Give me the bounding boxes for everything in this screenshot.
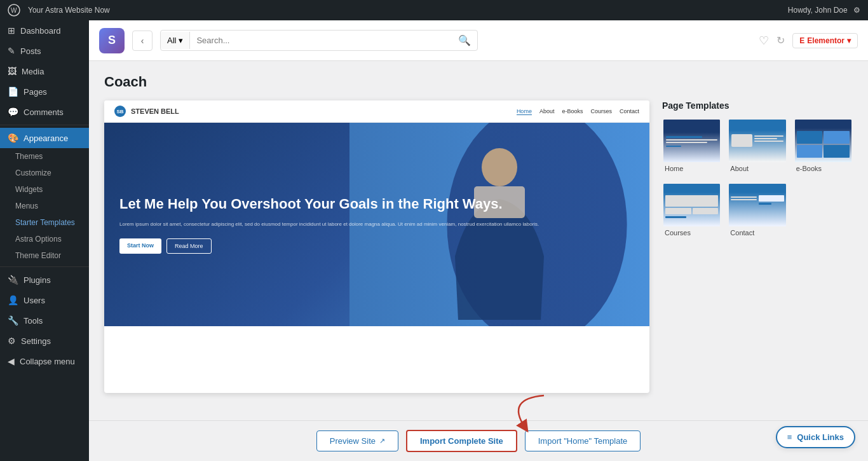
preview-start-now-btn[interactable]: Start Now	[119, 238, 161, 254]
sidebar-label-users: Users	[24, 296, 45, 305]
content-area: S ‹ All ▾ 🔍 ♡ ↻ E Elementor ▾	[89, 20, 868, 461]
import-complete-site-button[interactable]: Import Complete Site	[406, 430, 517, 452]
sidebar-item-dashboard[interactable]: ⊞ Dashboard	[0, 20, 89, 41]
page-template-thumb-courses	[663, 184, 720, 226]
sidebar-sep-1	[0, 125, 89, 125]
page-template-label-ebooks: e-Books	[795, 162, 851, 175]
preview-logo-text: STEVEN BELL	[131, 107, 179, 115]
quick-links-label: Quick Links	[797, 432, 844, 442]
comments-icon: 💬	[8, 107, 18, 117]
filter-label: All	[167, 36, 176, 45]
sidebar-item-posts[interactable]: ✎ Posts	[0, 41, 89, 61]
collapse-icon: ◀	[8, 356, 15, 366]
page-template-label-about: About	[729, 162, 785, 175]
sidebar-item-tools[interactable]: 🔧 Tools	[0, 310, 89, 331]
wp-logo-icon: W	[8, 4, 20, 17]
page-template-thumb-ebooks	[795, 120, 851, 162]
sidebar-sub-starter-templates[interactable]: Starter Templates	[0, 214, 89, 231]
sidebar-sub-menus[interactable]: Menus	[0, 198, 89, 214]
admin-bar-left: W Your Astra Website Now	[8, 4, 110, 17]
search-input[interactable]	[190, 32, 452, 49]
sidebar-label-dashboard: Dashboard	[20, 26, 61, 36]
user-greeting: Howdy, John Doe	[788, 6, 848, 15]
sidebar-label-comments: Comments	[24, 107, 64, 117]
elementor-chevron-icon: ▾	[847, 36, 851, 45]
preview-hero: Let Me Help You Overshoot Your Goals in …	[104, 123, 649, 326]
template-detail: Coach SB STEVEN BELL Home About e-Books	[89, 61, 868, 420]
sidebar-label-media: Media	[22, 67, 44, 76]
tools-icon: 🔧	[8, 315, 18, 326]
page-template-card-about[interactable]: About	[728, 118, 787, 176]
elementor-icon: E	[799, 36, 804, 45]
sidebar-item-appearance[interactable]: 🎨 Appearance	[0, 128, 89, 148]
sidebar-sub-themes[interactable]: Themes	[0, 148, 89, 165]
theme-editor-label: Theme Editor	[15, 251, 61, 260]
sidebar-item-collapse[interactable]: ◀ Collapse menu	[0, 351, 89, 371]
sidebar-label-pages: Pages	[24, 87, 47, 97]
favorites-icon[interactable]: ♡	[759, 34, 769, 48]
page-template-card-courses[interactable]: Courses	[662, 182, 721, 240]
sidebar-label-collapse: Collapse menu	[20, 357, 75, 366]
preview-nav-about: About	[539, 108, 555, 115]
sidebar-sub-customize[interactable]: Customize	[0, 165, 89, 181]
dashboard-icon: ⊞	[8, 25, 15, 36]
page-template-label-courses: Courses	[663, 226, 720, 239]
sidebar-item-media[interactable]: 🖼 Media	[0, 61, 89, 81]
page-template-label-home: Home	[663, 162, 720, 175]
page-template-card-ebooks[interactable]: e-Books	[794, 118, 853, 176]
sidebar-item-pages[interactable]: 📄 Pages	[0, 81, 89, 102]
media-icon: 🖼	[8, 66, 17, 76]
sidebar-label-settings: Settings	[21, 336, 51, 346]
sidebar-sep-2	[0, 266, 89, 267]
preview-site-label: Preview Site	[330, 436, 376, 446]
sidebar-item-users[interactable]: 👤 Users	[0, 290, 89, 310]
page-template-thumb-contact	[729, 184, 785, 226]
back-button[interactable]: ‹	[132, 31, 153, 51]
sidebar-item-comments[interactable]: 💬 Comments	[0, 102, 89, 122]
sidebar-sub-astra-options[interactable]: Astra Options	[0, 231, 89, 247]
user-settings-icon: ⚙	[853, 6, 860, 15]
preview-hero-buttons: Start Now Read More	[119, 238, 634, 254]
templates-topbar: S ‹ All ▾ 🔍 ♡ ↻ E Elementor ▾	[89, 20, 868, 61]
sidebar-item-plugins[interactable]: 🔌 Plugins	[0, 270, 89, 290]
search-icon[interactable]: 🔍	[452, 31, 477, 50]
preview-nav-contact: Contact	[620, 108, 639, 115]
preview-nav-courses: Courses	[590, 108, 612, 115]
preview-read-more-btn[interactable]: Read More	[166, 238, 212, 254]
preview-logo-circle: SB	[114, 106, 126, 117]
elementor-label: Elementor	[807, 36, 844, 45]
preview-nav-home: Home	[517, 108, 532, 115]
sidebar-item-settings[interactable]: ⚙ Settings	[0, 331, 89, 351]
import-complete-label: Import Complete Site	[420, 436, 503, 446]
preview-nav-ebooks: e-Books	[562, 108, 583, 115]
preview-hero-text: Let Me Help You Overshoot Your Goals in …	[119, 195, 634, 254]
page-templates-grid: Home	[662, 118, 853, 240]
page-templates-title: Page Templates	[662, 100, 853, 111]
users-icon: 👤	[8, 295, 18, 305]
starter-templates-label: Starter Templates	[15, 218, 75, 227]
elementor-badge[interactable]: E Elementor ▾	[792, 33, 858, 48]
pages-icon: 📄	[8, 86, 18, 97]
page-template-card-contact[interactable]: Contact	[728, 182, 787, 240]
quick-links-button[interactable]: ≡ Quick Links	[776, 426, 855, 448]
search-filter-dropdown[interactable]: All ▾	[161, 32, 190, 49]
template-preview: SB STEVEN BELL Home About e-Books Course…	[104, 100, 649, 393]
preview-hero-headline: Let Me Help You Overshoot Your Goals in …	[119, 195, 634, 214]
chevron-down-icon: ▾	[179, 36, 183, 45]
search-bar: All ▾ 🔍	[160, 30, 478, 51]
page-template-card-home[interactable]: Home	[662, 118, 721, 176]
refresh-icon[interactable]: ↻	[776, 34, 785, 46]
right-panel: Page Templates	[662, 100, 853, 393]
page-template-thumb-about	[729, 120, 785, 162]
preview-site-button[interactable]: Preview Site ↗	[316, 430, 398, 451]
settings-icon: ⚙	[8, 336, 16, 346]
starter-templates-logo: S	[99, 28, 125, 53]
sidebar-sub-theme-editor[interactable]: Theme Editor	[0, 247, 89, 264]
external-link-icon: ↗	[379, 437, 385, 445]
preview-nav: SB STEVEN BELL Home About e-Books Course…	[104, 100, 649, 123]
template-title: Coach	[104, 74, 853, 90]
sidebar-sub-widgets[interactable]: Widgets	[0, 181, 89, 198]
import-home-template-button[interactable]: Import "Home" Template	[525, 430, 641, 451]
action-bar: Preview Site ↗ Import Complete Site Impo…	[89, 420, 868, 461]
topbar-right: ♡ ↻ E Elementor ▾	[759, 33, 858, 48]
